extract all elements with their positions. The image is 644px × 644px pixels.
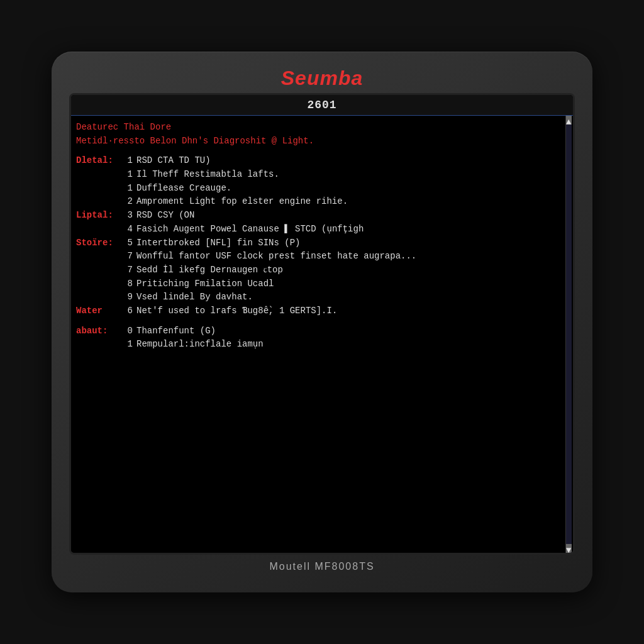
num-9a: 9: [119, 291, 133, 304]
label-empty-5: [76, 250, 119, 264]
num-7a: 7: [119, 250, 133, 264]
label-water: Water: [76, 304, 119, 318]
desc-2a: Amproment Light fop elster engine rihie.: [136, 195, 348, 209]
scrollbar[interactable]: ▲ ▼: [565, 116, 572, 553]
num-5a: 5: [119, 236, 133, 250]
desc-1d: Rempularl:incflale iamụn: [136, 338, 264, 352]
num-6a: 6: [119, 304, 133, 318]
line-dletal-1: Dletal: 1 RSD CTA TD TU): [76, 154, 557, 168]
num-1b: 1: [119, 168, 133, 182]
desc-9a: Vsed lindel By davhat.: [136, 291, 253, 304]
desc-1b: Il Theff Restimabtla lafts.: [136, 168, 279, 182]
brand-logo: Seumba: [281, 67, 363, 90]
desc-0a: Thanfenfunt (G): [136, 325, 216, 338]
line-stoire-1: Stoïre: 5 Intertbroked [NFL] fin SINs (P…: [76, 236, 557, 250]
label-dletal: Dletal:: [76, 154, 119, 168]
line-1: Metidl·ressto Belon Dhn's Diagroshit @ L…: [76, 135, 557, 148]
line-1-text: Metidl·ressto Belon Dhn's Diagroshit @ L…: [76, 135, 314, 148]
line-liptal-1: Liptal: 3 RSD CSY (ON: [76, 209, 557, 223]
label-empty-7: [76, 277, 119, 291]
line-stoire-5: 9 Vsed lindel By davhat.: [76, 291, 557, 304]
line-stoire-2: 7 Wonfful fantor USF clock prest finset …: [76, 250, 557, 264]
spacer-1: [76, 148, 557, 154]
content-lines: Deaturec Thai Dore Metidl·ressto Belon D…: [76, 121, 565, 352]
line-0-text: Deaturec Thai Dore: [76, 121, 171, 135]
line-dletal-4: 2 Amproment Light fop elster engine rihi…: [76, 195, 557, 209]
label-empty-1: [76, 168, 119, 182]
diagnostic-device: Seumba 2601 Deaturec Thai Dore Metidl·re…: [52, 52, 592, 592]
label-abaut: abaut:: [76, 325, 119, 338]
desc-1a: RSD CTA TD TU): [136, 154, 211, 168]
num-8a: 8: [119, 277, 133, 291]
device-bottom-bar: Moutell MF8008TS: [69, 555, 575, 579]
num-1d: 1: [119, 338, 133, 352]
line-dletal-3: 1 Dufflease Creauge.: [76, 182, 557, 196]
label-empty-3: [76, 195, 119, 209]
num-3a: 3: [119, 209, 133, 223]
num-4a: 4: [119, 223, 133, 236]
label-stoire: Stoïre:: [76, 236, 119, 250]
desc-7a: Wonfful fantor USF clock prest finset ha…: [136, 250, 416, 264]
line-dletal-2: 1 Il Theff Restimabtla lafts.: [76, 168, 557, 182]
line-abaut-2: 1 Rempularl:incflale iamụn: [76, 338, 557, 352]
desc-7b: Sedd İl ikefg Dernaugen ꞇtop: [136, 264, 283, 277]
device-top-bar: Seumba: [69, 63, 575, 93]
screen-title: 2601: [71, 95, 573, 116]
desc-1c: Dufflease Creauge.: [136, 182, 231, 196]
label-empty-8: [76, 291, 119, 304]
label-empty-2: [76, 182, 119, 196]
scrollbar-arrow-down[interactable]: ▼: [566, 544, 572, 553]
label-empty-6: [76, 264, 119, 277]
num-2a: 2: [119, 195, 133, 209]
spacer-2: [76, 318, 557, 325]
desc-6a: Net'f used to lrafs Ɓug8ề, 1 GERTS].I.: [136, 304, 337, 318]
model-label: Moutell MF8008TS: [269, 561, 374, 572]
label-empty-4: [76, 223, 119, 236]
label-liptal: Liptal:: [76, 209, 119, 223]
desc-8a: Pritiching Fmilation Ucadl: [136, 277, 274, 291]
line-abaut-1: abaut: 0 Thanfenfunt (G): [76, 325, 557, 338]
desc-5a: Intertbroked [NFL] fin SINs (P): [136, 236, 300, 250]
num-1c: 1: [119, 182, 133, 196]
line-water-1: Water 6 Net'f used to lrafs Ɓug8ề, 1 GER…: [76, 304, 557, 318]
desc-3a: RSD CSY (ON: [136, 209, 194, 223]
line-stoire-4: 8 Pritiching Fmilation Ucadl: [76, 277, 557, 291]
line-0: Deaturec Thai Dore: [76, 121, 557, 135]
num-1a: 1: [119, 154, 133, 168]
num-7b: 7: [119, 264, 133, 277]
scrollbar-arrow-up[interactable]: ▲: [566, 116, 572, 125]
line-stoire-3: 7 Sedd İl ikefg Dernaugen ꞇtop: [76, 264, 557, 277]
screen: 2601 Deaturec Thai Dore Metidl·ressto Be…: [69, 93, 575, 555]
desc-4a: Fasich Augent Powel Canause ▌ STCD (ụnfţ…: [136, 223, 364, 236]
num-0a: 0: [119, 325, 133, 338]
label-empty-9: [76, 338, 119, 352]
screen-content: Deaturec Thai Dore Metidl·ressto Belon D…: [71, 116, 573, 553]
line-liptal-2: 4 Fasich Augent Powel Canause ▌ STCD (ụn…: [76, 223, 557, 236]
